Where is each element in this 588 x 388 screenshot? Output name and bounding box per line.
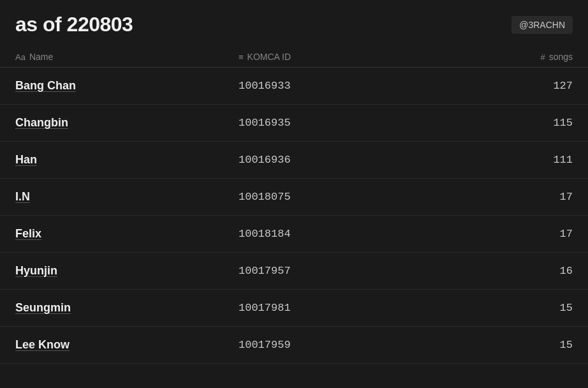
- cell-name: Bang Chan: [15, 79, 239, 93]
- name-column-header: Aa Name: [15, 52, 239, 62]
- cell-name: Felix: [15, 227, 239, 241]
- cell-songs-count: 15: [423, 302, 573, 314]
- cell-name: Seungmin: [15, 301, 239, 315]
- komca-column-label: KOMCA ID: [247, 52, 291, 62]
- cell-name: I.N: [15, 190, 239, 204]
- table-row: Lee Know1001795915: [0, 327, 588, 364]
- page-header: as of 220803 @3RACHN: [0, 0, 588, 47]
- name-sort-icon: Aa: [15, 52, 26, 62]
- komca-column-header: ≡ KOMCA ID: [239, 52, 423, 62]
- cell-songs-count: 111: [423, 154, 573, 166]
- cell-komca-id: 10017959: [239, 339, 423, 351]
- cell-komca-id: 10017957: [239, 265, 423, 277]
- cell-name: Hyunjin: [15, 264, 239, 278]
- table-row: Changbin10016935115: [0, 105, 588, 142]
- cell-name: Changbin: [15, 116, 239, 130]
- songs-column-header: # songs: [423, 52, 573, 62]
- cell-songs-count: 16: [423, 265, 573, 277]
- cell-komca-id: 10018184: [239, 228, 423, 240]
- cell-songs-count: 17: [423, 191, 573, 203]
- table-header-row: Aa Name ≡ KOMCA ID # songs: [0, 47, 588, 68]
- cell-name: Han: [15, 153, 239, 167]
- cell-komca-id: 10016936: [239, 154, 423, 166]
- songs-sort-icon: #: [540, 52, 545, 62]
- cell-songs-count: 15: [423, 339, 573, 351]
- songs-column-label: songs: [549, 52, 573, 62]
- data-table: Aa Name ≡ KOMCA ID # songs Bang Chan1001…: [0, 47, 588, 364]
- cell-komca-id: 10016935: [239, 117, 423, 129]
- name-column-label: Name: [29, 52, 53, 62]
- table-row: Han10016936111: [0, 142, 588, 179]
- cell-komca-id: 10017981: [239, 302, 423, 314]
- table-row: Hyunjin1001795716: [0, 253, 588, 290]
- cell-komca-id: 10016933: [239, 80, 423, 92]
- page-title: as of 220803: [15, 13, 133, 36]
- table-body: Bang Chan10016933127Changbin10016935115H…: [0, 68, 588, 364]
- table-row: Felix1001818417: [0, 216, 588, 253]
- table-row: Bang Chan10016933127: [0, 68, 588, 105]
- attribution-badge: @3RACHN: [511, 16, 573, 34]
- cell-name: Lee Know: [15, 338, 239, 352]
- table-row: I.N1001807517: [0, 179, 588, 216]
- cell-songs-count: 17: [423, 228, 573, 240]
- cell-komca-id: 10018075: [239, 191, 423, 203]
- komca-sort-icon: ≡: [239, 52, 244, 62]
- cell-songs-count: 115: [423, 117, 573, 129]
- cell-songs-count: 127: [423, 80, 573, 92]
- table-row: Seungmin1001798115: [0, 290, 588, 327]
